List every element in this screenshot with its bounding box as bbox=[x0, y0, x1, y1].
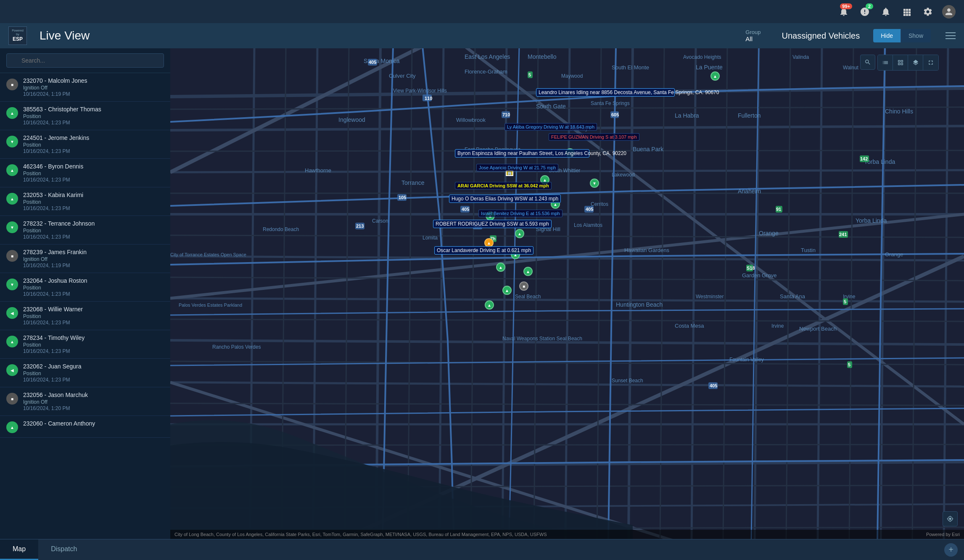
add-tab-btn[interactable]: + bbox=[944, 543, 958, 557]
vehicle-info: 224501 - Jerome Jenkins Position 10/16/2… bbox=[23, 134, 164, 154]
svg-text:Chino Hills: Chino Hills bbox=[885, 108, 913, 115]
vehicle-list: ■ 232070 - Malcolm Jones Ignition Off 10… bbox=[0, 73, 170, 438]
vehicle-info: 278239 - James Frankin Ignition Off 10/1… bbox=[23, 249, 164, 268]
vehicle-list-item[interactable]: ▲ 232060 - Cameron Anthony bbox=[0, 416, 170, 438]
svg-text:241: 241 bbox=[839, 232, 847, 237]
vehicle-list-item[interactable]: ◀ 232068 - Willie Warner Position 10/16/… bbox=[0, 302, 170, 330]
svg-text:Avocado Heights: Avocado Heights bbox=[683, 54, 721, 60]
vehicle-info: 232056 - Jason Marchuk Ignition Off 10/1… bbox=[23, 392, 164, 411]
svg-text:Tustin: Tustin bbox=[801, 247, 816, 253]
tab-dispatch[interactable]: Dispatch bbox=[38, 539, 90, 560]
layers-btn[interactable] bbox=[908, 55, 923, 70]
vehicle-status: Ignition Off bbox=[23, 256, 164, 262]
grid-icon[interactable] bbox=[900, 5, 914, 18]
svg-text:710: 710 bbox=[502, 112, 510, 117]
svg-text:Irvine: Irvine bbox=[771, 323, 784, 329]
svg-text:405: 405 bbox=[462, 207, 469, 212]
alerts-icon[interactable]: 2 bbox=[858, 5, 872, 18]
group-value: All bbox=[745, 35, 761, 42]
svg-text:Walnut: Walnut bbox=[843, 65, 859, 71]
vehicle-marker-5[interactable]: ▲ bbox=[486, 211, 495, 221]
notifications-icon[interactable]: 99+ bbox=[837, 5, 850, 18]
settings-icon[interactable] bbox=[921, 5, 935, 18]
vehicle-time: 10/16/2024, 1:23 PM bbox=[23, 234, 164, 240]
vehicle-info: 232060 - Cameron Anthony bbox=[23, 420, 164, 427]
vehicle-list-item[interactable]: ◀ 232062 - Juan Segura Position 10/16/20… bbox=[0, 359, 170, 387]
vehicle-marker-2[interactable]: ▲ bbox=[540, 175, 549, 184]
svg-text:Montebello: Montebello bbox=[528, 53, 557, 60]
vehicle-time: 10/16/2024, 1:23 PM bbox=[23, 348, 164, 354]
map-attribution: City of Long Beach, County of Los Angele… bbox=[170, 530, 964, 539]
vehicle-status: Position bbox=[23, 199, 164, 205]
vehicle-status: Position bbox=[23, 342, 164, 348]
vehicle-list-item[interactable]: ▲ 232053 - Kabira Karimi Position 10/16/… bbox=[0, 187, 170, 216]
vehicle-marker-6[interactable]: ▲ bbox=[515, 229, 524, 238]
vehicle-list-item[interactable]: ■ 232070 - Malcolm Jones Ignition Off 10… bbox=[0, 73, 170, 102]
vehicle-marker-12[interactable]: ■ bbox=[519, 281, 528, 291]
attribution-text: City of Long Beach, County of Los Angele… bbox=[174, 532, 547, 537]
vehicle-marker-3[interactable]: ▼ bbox=[590, 179, 599, 188]
vehicle-status: Position bbox=[23, 371, 164, 376]
status-dot: ▲ bbox=[6, 164, 18, 176]
grid-view-btn[interactable] bbox=[893, 55, 908, 70]
hide-button[interactable]: Hide bbox=[873, 29, 901, 42]
vehicle-marker-4[interactable]: ▲ bbox=[551, 200, 560, 209]
status-dot: ▼ bbox=[6, 136, 18, 147]
vehicle-time: 10/16/2024, 1:23 PM bbox=[23, 148, 164, 154]
vehicle-list-item[interactable]: ■ 232056 - Jason Marchuk Ignition Off 10… bbox=[0, 387, 170, 416]
svg-text:Anaheim: Anaheim bbox=[738, 188, 761, 195]
group-label: Group bbox=[745, 29, 761, 35]
show-button[interactable]: Show bbox=[901, 29, 931, 42]
search-box bbox=[0, 48, 170, 73]
svg-text:Orange: Orange bbox=[885, 251, 903, 258]
svg-text:Sunset Beach: Sunset Beach bbox=[612, 378, 643, 384]
vehicle-name: 232062 - Juan Segura bbox=[23, 363, 164, 370]
search-input[interactable] bbox=[6, 53, 164, 68]
status-dot: ▲ bbox=[6, 193, 18, 205]
vehicle-name: 462346 - Byron Dennis bbox=[23, 163, 164, 170]
vehicle-info: 278232 - Terrance Johnson Position 10/16… bbox=[23, 220, 164, 240]
vehicle-time: 10/16/2024, 1:20 PM bbox=[23, 405, 164, 411]
status-dot: ■ bbox=[6, 393, 18, 405]
vehicle-list-item[interactable]: ▼ 224501 - Jerome Jenkins Position 10/16… bbox=[0, 130, 170, 159]
svg-text:405: 405 bbox=[369, 60, 376, 65]
vehicle-status: Position bbox=[23, 113, 164, 119]
vehicle-list-item[interactable]: ▼ 232064 - Joshua Roston Position 10/16/… bbox=[0, 273, 170, 302]
vehicle-list-item[interactable]: ▲ 385563 - Christopher Thomas Position 1… bbox=[0, 102, 170, 130]
vehicle-marker-7[interactable]: ▲ bbox=[484, 238, 494, 247]
vehicle-list-item[interactable]: ■ 278239 - James Frankin Ignition Off 10… bbox=[0, 245, 170, 273]
vehicle-name: 232060 - Cameron Anthony bbox=[23, 420, 164, 427]
vehicle-marker-1[interactable]: ▲ bbox=[565, 148, 575, 158]
svg-text:605: 605 bbox=[611, 112, 619, 117]
svg-text:Garden Grove: Garden Grove bbox=[742, 272, 776, 279]
bell-badge: 99+ bbox=[840, 3, 852, 9]
vehicle-marker-9[interactable]: ▲ bbox=[496, 263, 505, 272]
vehicle-marker-14[interactable]: ▲ bbox=[710, 71, 720, 81]
vehicle-list-item[interactable]: ▲ 462346 - Byron Dennis Position 10/16/2… bbox=[0, 159, 170, 187]
svg-text:Los Alamitos: Los Alamitos bbox=[574, 222, 602, 228]
svg-text:Hawaiian Gardens: Hawaiian Gardens bbox=[624, 247, 669, 253]
user-avatar[interactable] bbox=[942, 5, 956, 18]
vehicle-marker-8[interactable]: ▲ bbox=[511, 250, 520, 259]
vehicle-marker-10[interactable]: ▲ bbox=[523, 267, 533, 276]
vehicle-list-item[interactable]: ▲ 278234 - Timothy Wiley Position 10/16/… bbox=[0, 330, 170, 359]
vehicle-marker-13[interactable]: ▲ bbox=[485, 300, 494, 310]
vehicle-name: 278234 - Timothy Wiley bbox=[23, 334, 164, 341]
vehicle-marker-11[interactable]: ▲ bbox=[502, 286, 512, 295]
vehicle-name: 224501 - Jerome Jenkins bbox=[23, 134, 164, 141]
esp-logo-box: Powered by ESP bbox=[8, 26, 27, 45]
vehicle-name: 278232 - Terrance Johnson bbox=[23, 220, 164, 227]
warehouse-marker[interactable]: 🏢 bbox=[506, 170, 513, 176]
location-btn[interactable] bbox=[943, 511, 958, 526]
vehicle-list-item[interactable]: ▼ 278232 - Terrance Johnson Position 10/… bbox=[0, 216, 170, 245]
list-view-btn[interactable] bbox=[878, 55, 893, 70]
expand-btn[interactable] bbox=[923, 55, 938, 70]
hamburger-menu[interactable] bbox=[946, 32, 956, 39]
second-bell-icon[interactable] bbox=[879, 5, 893, 18]
vehicle-time: 10/16/2024, 1:19 PM bbox=[23, 263, 164, 268]
map-search-btn[interactable] bbox=[860, 55, 875, 70]
vehicle-status: Ignition Off bbox=[23, 85, 164, 91]
svg-text:South Gate: South Gate bbox=[536, 103, 566, 110]
vehicle-info: 385563 - Christopher Thomas Position 10/… bbox=[23, 106, 164, 126]
tab-map[interactable]: Map bbox=[0, 539, 38, 560]
